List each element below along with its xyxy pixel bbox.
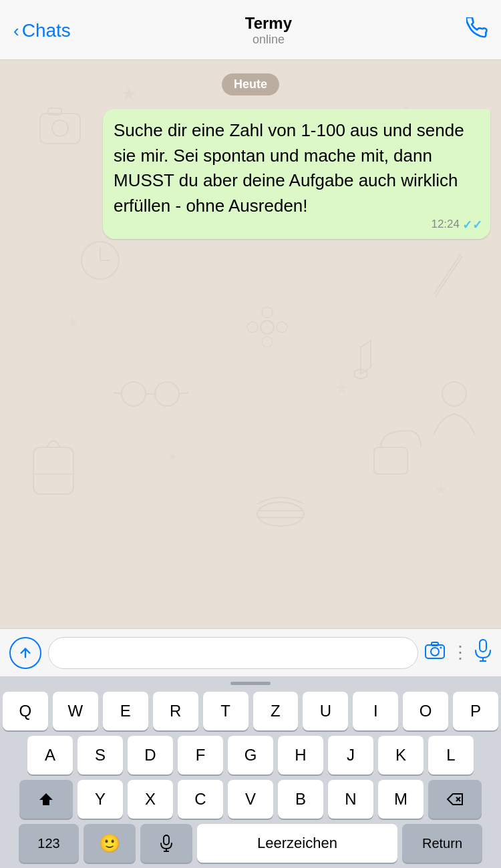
svg-line-35 (179, 393, 188, 394)
svg-point-19 (261, 320, 274, 334)
key-c[interactable]: C (178, 780, 223, 819)
key-q[interactable]: Q (3, 692, 48, 730)
camera-button[interactable] (425, 642, 445, 664)
svg-rect-50 (164, 835, 169, 845)
input-bar: ⋮ (0, 628, 501, 676)
key-n[interactable]: N (328, 780, 373, 819)
more-options-button[interactable]: ⋮ (452, 642, 468, 663)
key-e[interactable]: E (103, 692, 148, 730)
message-bubble-outgoing: Suche dir eine Zahl von 1-100 aus und se… (103, 109, 490, 239)
key-f[interactable]: F (178, 736, 223, 775)
key-i[interactable]: I (353, 692, 398, 730)
dictation-key[interactable] (140, 824, 192, 863)
key-g[interactable]: G (228, 736, 273, 775)
voice-input-button[interactable] (474, 639, 492, 666)
contact-info: Termy online (71, 14, 466, 47)
keyboard: Q W E R T Z U I O P A S D F G H J K L Y … (0, 676, 501, 868)
key-p[interactable]: P (453, 692, 498, 730)
key-x[interactable]: X (128, 780, 173, 819)
read-receipt-icon: ✓✓ (462, 216, 482, 234)
key-d[interactable]: D (128, 736, 173, 775)
svg-point-21 (262, 337, 273, 347)
date-badge: Heute (222, 73, 279, 95)
key-j[interactable]: J (328, 736, 373, 775)
svg-line-18 (436, 256, 462, 296)
svg-text:★: ★ (434, 481, 448, 497)
svg-rect-24 (33, 447, 73, 494)
keyboard-row-2: A S D F G H J K L (3, 736, 498, 775)
shift-key[interactable] (19, 780, 73, 819)
svg-rect-45 (480, 640, 486, 652)
message-text: Suche dir eine Zahl von 1-100 aus und se… (114, 120, 464, 216)
svg-point-20 (262, 307, 273, 318)
svg-point-22 (247, 322, 258, 333)
svg-text:★: ★ (334, 378, 349, 398)
key-u[interactable]: U (303, 692, 348, 730)
numbers-key[interactable]: 123 (19, 824, 79, 863)
keyboard-handle-bar (230, 682, 271, 685)
chevron-left-icon: ‹ (13, 22, 19, 39)
key-v[interactable]: V (228, 780, 273, 819)
svg-line-17 (434, 254, 461, 294)
header: ‹ Chats Termy online (0, 0, 501, 60)
svg-point-42 (431, 648, 439, 656)
chat-content: Heute Suche dir eine Zahl von 1-100 aus … (11, 73, 490, 239)
key-w[interactable]: W (53, 692, 98, 730)
svg-point-23 (277, 322, 287, 333)
key-l[interactable]: L (428, 736, 474, 775)
svg-point-30 (442, 382, 466, 406)
message-meta: 12:24 ✓✓ (431, 216, 482, 234)
key-s[interactable]: S (77, 736, 123, 775)
backspace-key[interactable] (428, 780, 482, 819)
key-r[interactable]: R (153, 692, 198, 730)
svg-line-34 (114, 393, 122, 394)
svg-rect-43 (432, 642, 438, 646)
key-y[interactable]: Y (77, 780, 123, 819)
emoji-key[interactable]: 🙂 (84, 824, 136, 863)
keyboard-row-3: Y X C V B N M (3, 780, 498, 819)
svg-point-36 (257, 502, 304, 526)
svg-text:★: ★ (167, 450, 178, 463)
contact-name[interactable]: Termy (71, 14, 466, 33)
key-a[interactable]: A (27, 736, 73, 775)
key-o[interactable]: O (403, 692, 448, 730)
key-t[interactable]: T (203, 692, 248, 730)
upload-button[interactable] (9, 637, 41, 669)
message-input[interactable] (48, 637, 418, 669)
chat-area: ★ ★ ★ ★ ★ ★ ★ ★ (0, 60, 501, 628)
return-key[interactable]: Return (402, 824, 482, 863)
key-b[interactable]: B (278, 780, 323, 819)
back-label: Chats (22, 20, 71, 41)
svg-point-32 (155, 382, 179, 406)
spacebar-key[interactable]: Leerzeichen (197, 824, 397, 863)
keyboard-handle (3, 682, 498, 686)
keyboard-row-1: Q W E R T Z U I O P (3, 692, 498, 730)
svg-point-31 (122, 382, 146, 406)
message-time: 12:24 (431, 216, 460, 233)
back-button[interactable]: ‹ Chats (13, 20, 71, 41)
key-m[interactable]: M (378, 780, 424, 819)
svg-rect-26 (374, 447, 407, 474)
keyboard-row-4: 123 🙂 Leerzeichen Return (3, 824, 498, 863)
key-z[interactable]: Z (253, 692, 299, 730)
svg-point-44 (440, 647, 442, 649)
call-button[interactable] (466, 17, 488, 43)
svg-text:★: ★ (67, 315, 79, 330)
contact-status: online (71, 33, 466, 47)
key-k[interactable]: K (378, 736, 424, 775)
key-h[interactable]: H (278, 736, 323, 775)
